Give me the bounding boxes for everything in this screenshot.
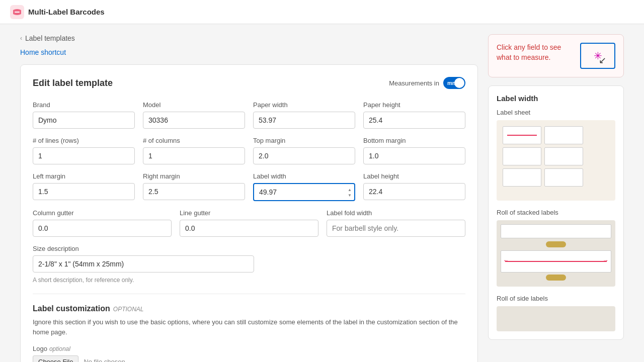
logo-label-row: Logooptional bbox=[33, 345, 465, 352]
columns-group: # of columns bbox=[143, 137, 245, 164]
size-description-hint: A short description, for reference only. bbox=[33, 277, 465, 284]
lines-label: # of lines (rows) bbox=[33, 137, 135, 144]
home-shortcut-link[interactable]: Home shortcut bbox=[20, 48, 66, 56]
columns-input[interactable] bbox=[143, 147, 245, 164]
lines-input[interactable] bbox=[33, 147, 135, 164]
bottom-margin-group: Bottom margin bbox=[363, 137, 465, 164]
brand-group: Brand bbox=[33, 101, 135, 129]
top-margin-label: Top margin bbox=[253, 137, 355, 144]
spool-shape bbox=[546, 241, 566, 247]
right-margin-group: Right margin bbox=[143, 172, 245, 201]
label-width-spinner: ▲ ▼ bbox=[253, 183, 355, 201]
right-margin-input[interactable] bbox=[143, 183, 245, 200]
label-cell bbox=[503, 168, 541, 187]
label-fold-width-input[interactable] bbox=[327, 220, 465, 237]
top-margin-input[interactable] bbox=[253, 147, 355, 164]
label-height-label: Label height bbox=[363, 172, 465, 180]
app-title: Multi-Label Barcodes bbox=[28, 8, 105, 16]
logo-icon bbox=[10, 5, 24, 19]
label-cell-highlighted bbox=[503, 126, 541, 144]
roll-side-diagram bbox=[497, 306, 615, 331]
form-row-3: Left margin Right margin Label width ▲ ▼ bbox=[33, 172, 465, 201]
label-height-input[interactable] bbox=[363, 183, 465, 200]
label-grid bbox=[503, 126, 583, 187]
roll-label-top bbox=[501, 224, 611, 238]
bottom-margin-label: Bottom margin bbox=[363, 137, 465, 144]
roll-label-arrow bbox=[501, 250, 611, 273]
brand-label: Brand bbox=[33, 101, 135, 109]
column-gutter-input[interactable] bbox=[33, 220, 172, 237]
label-fold-width-group: Label fold width bbox=[327, 209, 465, 237]
form-card: Edit label template Measurements in mm B… bbox=[20, 64, 478, 362]
paper-width-label: Paper width bbox=[253, 101, 355, 109]
logo-section: Logooptional Choose File No file chosen … bbox=[33, 345, 465, 362]
line-gutter-label: Line gutter bbox=[180, 209, 318, 217]
form-row-1: Brand Model Paper width Paper height bbox=[33, 101, 465, 129]
model-group: Model bbox=[143, 101, 245, 129]
paper-height-group: Paper height bbox=[363, 101, 465, 129]
section-divider bbox=[33, 294, 465, 294]
size-description-label: Size description bbox=[33, 245, 254, 252]
right-margin-label: Right margin bbox=[143, 172, 245, 180]
no-file-chosen-text: No file chosen bbox=[84, 358, 125, 362]
label-cell bbox=[544, 126, 583, 144]
hint-card: Click any field to see what to measure. … bbox=[488, 34, 624, 77]
size-description-row: Size description bbox=[33, 245, 465, 273]
line-gutter-group: Line gutter bbox=[180, 209, 318, 237]
paper-width-input[interactable] bbox=[253, 112, 355, 129]
form-row-4: Column gutter Line gutter Label fold wid… bbox=[33, 209, 465, 237]
sparkle-cursor-icon: ✳ ↙ bbox=[594, 50, 602, 62]
form-title: Edit label template bbox=[33, 78, 113, 88]
toggle-switch[interactable]: mm bbox=[443, 77, 465, 89]
column-gutter-group: Column gutter bbox=[33, 209, 172, 237]
hint-text: Click any field to see what to measure. bbox=[497, 43, 561, 61]
left-margin-label: Left margin bbox=[33, 172, 135, 180]
label-cell bbox=[544, 147, 583, 165]
paper-height-label: Paper height bbox=[363, 101, 465, 109]
measurements-toggle: Measurements in mm bbox=[389, 77, 465, 89]
brand-input[interactable] bbox=[33, 112, 135, 129]
label-width-title: Label width bbox=[497, 94, 615, 103]
choose-file-button[interactable]: Choose File bbox=[33, 355, 78, 362]
left-margin-input[interactable] bbox=[33, 183, 135, 200]
label-width-label: Label width bbox=[253, 172, 355, 180]
label-width-group: Label width ▲ ▼ bbox=[253, 172, 355, 201]
top-margin-group: Top margin bbox=[253, 137, 355, 164]
right-panel: Click any field to see what to measure. … bbox=[488, 34, 624, 362]
toggle-unit-label: mm bbox=[447, 80, 457, 86]
model-label: Model bbox=[143, 101, 245, 109]
breadcrumb-link[interactable]: Label templates bbox=[25, 34, 75, 42]
file-input-row: Choose File No file chosen bbox=[33, 355, 465, 362]
line-gutter-input[interactable] bbox=[180, 220, 318, 237]
roll-stacked-diagram bbox=[497, 220, 615, 287]
topbar: Multi-Label Barcodes bbox=[0, 0, 644, 24]
label-cell bbox=[544, 168, 583, 187]
label-sheet-diagram bbox=[497, 120, 615, 201]
spinner-down-btn[interactable]: ▼ bbox=[346, 193, 353, 198]
form-header: Edit label template Measurements in mm bbox=[33, 77, 465, 89]
main-content: ‹ Label templates Home shortcut Edit lab… bbox=[0, 24, 644, 362]
customization-description: Ignore this section if you wish to use t… bbox=[33, 317, 465, 337]
back-arrow-icon: ‹ bbox=[20, 35, 22, 42]
model-input[interactable] bbox=[143, 112, 245, 129]
spinner-buttons: ▲ ▼ bbox=[346, 187, 353, 198]
info-card: Label width Label sheet Roll of stacked … bbox=[488, 85, 624, 340]
label-width-input[interactable] bbox=[253, 183, 355, 201]
roll-spool-top bbox=[501, 241, 611, 247]
bottom-margin-input[interactable] bbox=[363, 147, 465, 164]
label-height-group: Label height bbox=[363, 172, 465, 201]
roll-stacked-title: Roll of stacked labels bbox=[497, 209, 615, 216]
left-panel: ‹ Label templates Home shortcut Edit lab… bbox=[20, 34, 478, 362]
roll-spool-bottom bbox=[501, 275, 611, 281]
size-description-group: Size description bbox=[33, 245, 254, 273]
label-fold-width-label: Label fold width bbox=[327, 209, 465, 217]
spinner-up-btn[interactable]: ▲ bbox=[346, 187, 353, 192]
paper-height-input[interactable] bbox=[363, 112, 465, 129]
left-margin-group: Left margin bbox=[33, 172, 135, 201]
label-sheet-title: Label sheet bbox=[497, 109, 615, 116]
column-gutter-label: Column gutter bbox=[33, 209, 172, 217]
size-description-input[interactable] bbox=[33, 255, 254, 273]
customization-title: Label customizationOPTIONAL bbox=[33, 304, 465, 313]
paper-width-group: Paper width bbox=[253, 101, 355, 129]
label-cell bbox=[503, 147, 541, 165]
